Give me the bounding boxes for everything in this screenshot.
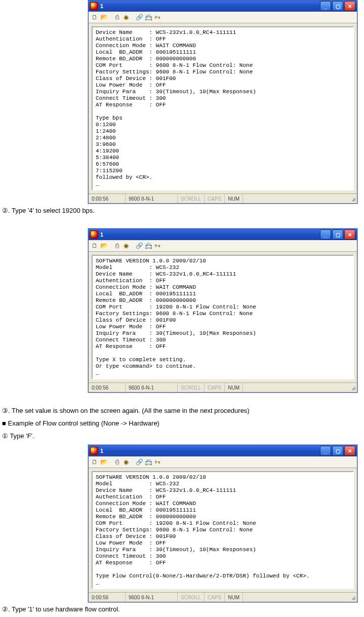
- status-bar: 0:00:56 9600 8-N-1 SCROLL CAPS NUM ◢: [89, 194, 357, 203]
- terminal-pane[interactable]: SOFTWARE VERSION 1.0.0 2009/02/10 Model …: [92, 471, 354, 589]
- terminal-text: SOFTWARE VERSION 1.0.0 2009/02/10 Model …: [96, 474, 350, 586]
- app-icon: [90, 447, 98, 455]
- record-icon[interactable]: ◉: [122, 458, 130, 466]
- properties-icon[interactable]: 📇: [144, 242, 152, 250]
- open-icon[interactable]: 📂: [100, 242, 108, 250]
- app-icon: [90, 2, 98, 10]
- status-caps: CAPS: [205, 593, 225, 602]
- close-button[interactable]: ✕: [344, 446, 355, 456]
- window-title: 1: [100, 232, 103, 238]
- print-icon[interactable]: ⎙: [113, 13, 121, 21]
- maximize-button[interactable]: ▢: [332, 1, 343, 11]
- status-num: NUM: [225, 593, 243, 602]
- terminal-text: SOFTWARE VERSION 1.0.0 2009/02/10 Model …: [96, 258, 350, 376]
- properties-icon[interactable]: 📇: [144, 13, 152, 21]
- toolbar: 🗋 📂 ⎙ ◉ 🔗 📇 🗝: [89, 456, 357, 468]
- status-num: NUM: [225, 194, 243, 203]
- status-time: 0:00:56: [89, 383, 126, 392]
- status-caps: CAPS: [205, 194, 225, 203]
- minimize-button[interactable]: _: [320, 446, 331, 456]
- close-button[interactable]: ✕: [344, 1, 355, 11]
- maximize-button[interactable]: ▢: [332, 229, 343, 240]
- status-bar: 0:00:56 9600 8-N-1 SCROLL CAPS NUM ◢: [89, 382, 357, 392]
- resize-grip-icon[interactable]: ◢: [348, 595, 357, 600]
- record-icon[interactable]: ◉: [122, 242, 130, 250]
- titlebar[interactable]: 1 _ ▢ ✕: [89, 1, 357, 12]
- connect-icon[interactable]: 🔗: [135, 13, 143, 21]
- terminal-text: Device Name : WCS-232v1.0.0_RC4-111111 A…: [96, 29, 350, 187]
- window-title: 1: [100, 3, 103, 9]
- record-icon[interactable]: ◉: [122, 13, 130, 21]
- resize-grip-icon[interactable]: ◢: [348, 196, 357, 202]
- step-2-text: ②. Type '4' to select 19200 bps.: [2, 207, 362, 214]
- flow-heading: ■ Example of Flow control setting (None …: [2, 419, 362, 427]
- resize-grip-icon[interactable]: ◢: [348, 385, 357, 391]
- key-icon[interactable]: 🗝: [153, 13, 161, 21]
- connect-icon[interactable]: 🔗: [135, 458, 143, 466]
- status-scroll: SCROLL: [178, 593, 205, 602]
- status-time: 0:00:56: [89, 593, 126, 602]
- terminal-window-1: 1 _ ▢ ✕ 🗋 📂 ⎙ ◉ 🔗 📇 🗝 Device Name : WCS-…: [88, 0, 357, 204]
- new-icon[interactable]: 🗋: [91, 242, 99, 250]
- status-mode: 9600 8-N-1: [126, 593, 178, 602]
- new-icon[interactable]: 🗋: [91, 458, 99, 466]
- terminal-window-3: 1 _ ▢ ✕ 🗋 📂 ⎙ ◉ 🔗 📇 🗝 SOFTWARE VERSION 1…: [88, 445, 357, 602]
- new-icon[interactable]: 🗋: [91, 13, 99, 21]
- titlebar[interactable]: 1 _ ▢ ✕: [89, 445, 357, 456]
- key-icon[interactable]: 🗝: [153, 242, 161, 250]
- open-icon[interactable]: 📂: [100, 13, 108, 21]
- close-button[interactable]: ✕: [344, 229, 355, 240]
- flow-step-1: ① Type 'F'.: [2, 432, 362, 440]
- terminal-pane[interactable]: Device Name : WCS-232v1.0.0_RC4-111111 A…: [92, 26, 354, 190]
- flow-step-2: ②. Type '1' to use hardware flow control…: [2, 605, 362, 613]
- open-icon[interactable]: 📂: [100, 458, 108, 466]
- status-bar: 0:00:56 9600 8-N-1 SCROLL CAPS NUM ◢: [89, 592, 357, 602]
- terminal-pane[interactable]: SOFTWARE VERSION 1.0.0 2009/02/10 Model …: [92, 255, 354, 379]
- status-caps: CAPS: [205, 383, 225, 392]
- minimize-button[interactable]: _: [320, 1, 331, 11]
- print-icon[interactable]: ⎙: [113, 242, 121, 250]
- connect-icon[interactable]: 🔗: [135, 242, 143, 250]
- properties-icon[interactable]: 📇: [144, 458, 152, 466]
- minimize-button[interactable]: _: [320, 229, 331, 240]
- status-scroll: SCROLL: [178, 383, 205, 392]
- terminal-window-2: 1 _ ▢ ✕ 🗋 📂 ⎙ ◉ 🔗 📇 🗝 SOFTWARE VERSION 1…: [88, 228, 357, 393]
- toolbar: 🗋 📂 ⎙ ◉ 🔗 📇 🗝: [89, 240, 357, 252]
- status-num: NUM: [225, 383, 243, 392]
- window-title: 1: [100, 448, 103, 454]
- status-mode: 9600 8-N-1: [126, 194, 178, 203]
- status-time: 0:00:56: [89, 194, 126, 203]
- step-3-text: ③. The set value is shown on the screen …: [2, 407, 362, 414]
- key-icon[interactable]: 🗝: [153, 458, 161, 466]
- status-mode: 9600 8-N-1: [126, 383, 178, 392]
- app-icon: [90, 230, 98, 239]
- print-icon[interactable]: ⎙: [113, 458, 121, 466]
- maximize-button[interactable]: ▢: [332, 446, 343, 456]
- toolbar: 🗋 📂 ⎙ ◉ 🔗 📇 🗝: [89, 12, 357, 23]
- titlebar[interactable]: 1 _ ▢ ✕: [89, 229, 357, 240]
- status-scroll: SCROLL: [178, 194, 205, 203]
